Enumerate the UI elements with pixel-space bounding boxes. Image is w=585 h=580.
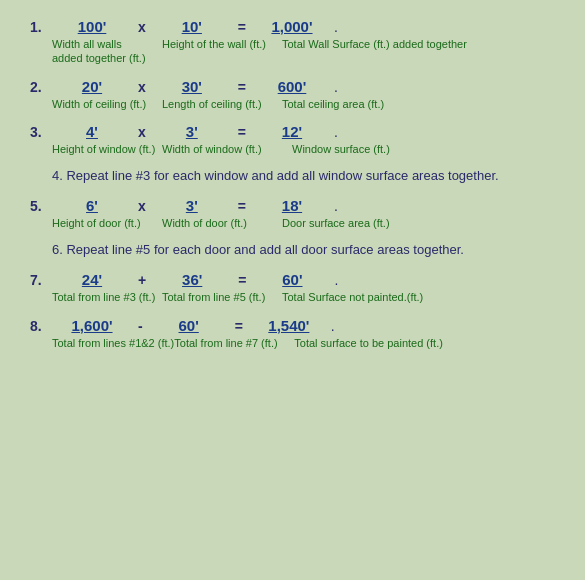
line-num-5: 5.: [30, 198, 48, 214]
label3-5: Door surface area (ft.): [282, 216, 432, 230]
val3-5: 18': [252, 197, 332, 214]
line-3: 3. 4' x 3' = 12' .: [30, 123, 555, 140]
label3-7: Total Surface not painted.(ft.): [282, 290, 432, 304]
line-num-8: 8.: [30, 318, 48, 334]
op1-5: x: [138, 198, 146, 214]
line-5: 5. 6' x 3' = 18' .: [30, 197, 555, 214]
val2-1: 10': [152, 18, 232, 35]
label2-3: Width of window (ft.): [162, 142, 292, 156]
label1-7: Total from line #3 (ft.): [52, 290, 162, 304]
main-container: 1. 100' x 10' = 1,000' . Width all walls…: [0, 0, 585, 580]
op2-3: =: [238, 124, 246, 140]
val3-8: 1,540': [249, 317, 329, 334]
line-num-7: 7.: [30, 272, 48, 288]
label3-3: Window surface (ft.): [292, 142, 442, 156]
label1-3: Height of window (ft.): [52, 142, 162, 156]
labels-2: Width of ceiling (ft.) Length of ceiling…: [30, 97, 555, 111]
val2-2: 30': [152, 78, 232, 95]
val3-2: 600': [252, 78, 332, 95]
line-num-1: 1.: [30, 19, 48, 35]
op2-8: =: [235, 318, 243, 334]
op1-2: x: [138, 79, 146, 95]
labels-1: Width all wallsadded together (ft.) Heig…: [30, 37, 555, 66]
val2-5: 3': [152, 197, 232, 214]
labels-7: Total from line #3 (ft.) Total from line…: [30, 290, 555, 304]
label2-2: Length of ceiling (ft.): [162, 97, 282, 111]
label1-5: Height of door (ft.): [52, 216, 162, 230]
note-6: 6. Repeat line #5 for each door and add …: [30, 242, 555, 257]
val3-3: 12': [252, 123, 332, 140]
val1-2: 20': [52, 78, 132, 95]
op1-3: x: [138, 124, 146, 140]
labels-8: Total from lines #1&2 (ft.) Total from l…: [30, 336, 555, 350]
val1-5: 6': [52, 197, 132, 214]
line-7: 7. 24' + 36' = 60' .: [30, 271, 555, 288]
label2-7: Total from line #5 (ft.): [162, 290, 282, 304]
note-4: 4. Repeat line #3 for each window and ad…: [30, 168, 555, 183]
line-8: 8. 1,600' - 60' = 1,540' .: [30, 317, 555, 334]
label1-1: Width all wallsadded together (ft.): [52, 37, 162, 66]
op2-2: =: [238, 79, 246, 95]
op2-5: =: [238, 198, 246, 214]
label2-1: Height of the wall (ft.): [162, 37, 282, 66]
val3-1: 1,000': [252, 18, 332, 35]
label3-2: Total ceiling area (ft.): [282, 97, 432, 111]
label1-2: Width of ceiling (ft.): [52, 97, 162, 111]
op2-1: =: [238, 19, 246, 35]
val2-3: 3': [152, 123, 232, 140]
op1-1: x: [138, 19, 146, 35]
op2-7: =: [238, 272, 246, 288]
label3-8: Total surface to be painted (ft.): [294, 336, 444, 350]
val1-8: 1,600': [52, 317, 132, 334]
op1-7: +: [138, 272, 146, 288]
labels-5: Height of door (ft.) Width of door (ft.)…: [30, 216, 555, 230]
labels-3: Height of window (ft.) Width of window (…: [30, 142, 555, 156]
line-num-3: 3.: [30, 124, 48, 140]
val1-1: 100': [52, 18, 132, 35]
val2-7: 36': [152, 271, 232, 288]
val1-7: 24': [52, 271, 132, 288]
label2-5: Width of door (ft.): [162, 216, 282, 230]
label3-1: Total Wall Surface (ft.) added together: [282, 37, 467, 66]
label2-8: Total from line #7 (ft.): [174, 336, 294, 350]
line-2: 2. 20' x 30' = 600' .: [30, 78, 555, 95]
line-1: 1. 100' x 10' = 1,000' .: [30, 18, 555, 35]
label1-8: Total from lines #1&2 (ft.): [52, 336, 174, 350]
val1-3: 4': [52, 123, 132, 140]
val2-8: 60': [149, 317, 229, 334]
line-num-2: 2.: [30, 79, 48, 95]
op1-8: -: [138, 318, 143, 334]
val3-7: 60': [252, 271, 332, 288]
